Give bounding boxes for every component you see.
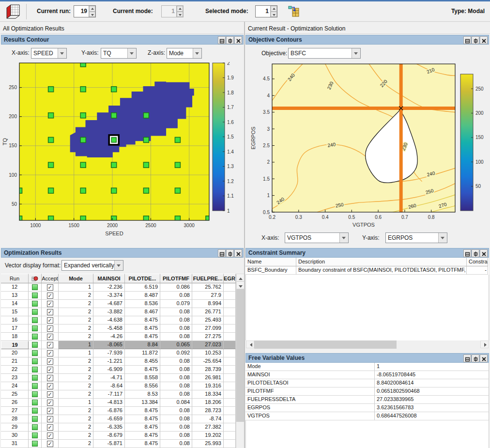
accept-checkbox[interactable]: ✓ bbox=[47, 400, 53, 406]
column-header[interactable]: Accept bbox=[42, 274, 59, 283]
accept-cell[interactable]: ✓ bbox=[42, 407, 59, 415]
close-button[interactable] bbox=[480, 249, 488, 257]
split-button[interactable] bbox=[463, 36, 471, 44]
accept-checkbox[interactable]: ✓ bbox=[47, 358, 53, 365]
spinner-up-icon[interactable] bbox=[89, 6, 95, 12]
split-button[interactable] bbox=[218, 36, 226, 44]
accept-cell[interactable]: ✓ bbox=[42, 382, 59, 390]
accept-checkbox[interactable]: ✓ bbox=[47, 375, 53, 381]
scroll-down-icon[interactable] bbox=[236, 281, 245, 289]
scroll-right-icon[interactable] bbox=[480, 340, 489, 348]
results-row[interactable]: 25✓2-7.1178.530.0818.334 bbox=[1, 390, 236, 399]
free-variable-row[interactable]: FUELPRESSDELTA27.0233839965 bbox=[245, 396, 489, 404]
objective-y-axis-select[interactable]: EGRPOS bbox=[385, 232, 447, 243]
results-row[interactable]: 31✓2-5.8718.4750.0825.993 bbox=[1, 440, 236, 448]
accept-checkbox[interactable]: ✓ bbox=[47, 293, 53, 299]
accept-cell[interactable]: ✓ bbox=[42, 374, 59, 382]
scroll-up-icon[interactable] bbox=[236, 274, 245, 281]
results-row[interactable]: 22✓2-6.9098.4750.0828.739 bbox=[1, 366, 236, 374]
vector-display-format-select[interactable]: Expanded vertically bbox=[61, 260, 123, 271]
run-marker[interactable] bbox=[80, 137, 86, 142]
column-divider[interactable] bbox=[244, 22, 245, 448]
fill-table-icon[interactable] bbox=[288, 5, 300, 18]
free-variable-row[interactable]: Mode1 bbox=[245, 363, 489, 371]
run-marker[interactable] bbox=[143, 113, 149, 118]
accept-cell[interactable]: ✓ bbox=[42, 324, 59, 333]
results-row[interactable]: 20✓1-7.93911.8720.09210.253 bbox=[1, 349, 236, 357]
x-axis-select[interactable]: SPEED bbox=[31, 48, 67, 59]
accept-checkbox[interactable]: ✓ bbox=[47, 309, 53, 315]
constraint-table-hscrollbar[interactable] bbox=[246, 340, 489, 349]
current-run-spinner[interactable]: 19 bbox=[74, 5, 96, 17]
column-header[interactable]: Constrai bbox=[467, 258, 488, 266]
accept-checkbox[interactable]: ✓ bbox=[47, 334, 53, 340]
z-axis-select[interactable]: Mode bbox=[167, 48, 202, 59]
results-contour-plot[interactable]: 1000150020002500300050100150200250SPEEDT… bbox=[1, 62, 244, 245]
run-marker[interactable] bbox=[111, 113, 117, 118]
column-header[interactable]: Name bbox=[245, 258, 296, 266]
scrollbar-thumb[interactable] bbox=[236, 281, 245, 422]
close-button[interactable] bbox=[480, 36, 488, 44]
free-variable-row[interactable]: MAINSOI-8.06519708445 bbox=[245, 371, 489, 379]
results-row[interactable]: 21✓2-1.2218.4550.08-25.654 bbox=[1, 357, 236, 366]
results-row[interactable]: 12✓1-2.2366.5190.08625.762 bbox=[1, 283, 236, 292]
scroll-left-icon[interactable] bbox=[246, 340, 254, 348]
accept-checkbox[interactable]: ✓ bbox=[47, 350, 53, 356]
spinner-down-icon[interactable] bbox=[271, 12, 277, 17]
constraint-row[interactable]: BSFC_BoundaryBoundary constraint of BSFC… bbox=[245, 266, 489, 275]
column-header[interactable]: FUELPRE... bbox=[192, 274, 224, 283]
dock-button[interactable] bbox=[472, 355, 479, 362]
accept-checkbox[interactable]: ✓ bbox=[47, 424, 53, 431]
accept-cell[interactable]: ✓ bbox=[42, 399, 59, 407]
run-marker[interactable] bbox=[48, 137, 54, 142]
accept-cell[interactable]: ✓ bbox=[42, 349, 59, 357]
run-marker[interactable] bbox=[48, 113, 54, 118]
dock-button[interactable] bbox=[472, 36, 479, 44]
results-row[interactable]: 14✓2-4.6878.5360.0798.994 bbox=[1, 300, 236, 308]
accept-cell[interactable]: ✓ bbox=[42, 283, 59, 292]
accept-cell[interactable]: ✓ bbox=[42, 366, 59, 374]
accept-cell[interactable]: ✓ bbox=[42, 292, 59, 300]
close-button[interactable] bbox=[480, 355, 488, 362]
scrollbar-thumb[interactable] bbox=[254, 340, 397, 349]
results-row[interactable]: 15✓2-3.8828.4670.0826.771 bbox=[1, 308, 236, 316]
objective-x-axis-select[interactable]: VGTPOS bbox=[285, 232, 349, 243]
objective-contours-plot[interactable]: 2402302202102402302402502402502602700.20… bbox=[245, 61, 489, 231]
objective-select[interactable]: BSFC bbox=[288, 48, 361, 59]
run-marker[interactable] bbox=[143, 188, 149, 193]
run-marker[interactable] bbox=[111, 162, 117, 168]
free-variable-row[interactable]: PILOTDELTASOI8.84020084614 bbox=[245, 379, 489, 387]
run-marker[interactable] bbox=[80, 188, 86, 193]
split-button[interactable] bbox=[463, 249, 471, 257]
dock-button[interactable] bbox=[226, 249, 234, 257]
accept-checkbox[interactable]: ✓ bbox=[47, 391, 53, 398]
accept-checkbox[interactable]: ✓ bbox=[47, 416, 53, 422]
column-header[interactable]: PILOTDE... bbox=[125, 274, 160, 283]
spinner-down-icon[interactable] bbox=[89, 12, 95, 17]
accept-checkbox[interactable]: ✓ bbox=[47, 408, 53, 414]
results-row-selected[interactable]: 19✓1-8.0658.840.06527.023 bbox=[1, 341, 236, 349]
accept-cell[interactable]: ✓ bbox=[42, 341, 59, 349]
accept-checkbox[interactable]: ✓ bbox=[47, 433, 53, 439]
column-header[interactable]: PILOTFMF bbox=[160, 274, 192, 283]
results-row[interactable]: 26✓1-4.81313.3840.08418.206 bbox=[1, 399, 236, 407]
column-header[interactable]: Description bbox=[296, 258, 467, 266]
accept-cell[interactable]: ✓ bbox=[42, 423, 59, 432]
results-row[interactable]: 23✓2-4.718.5580.0826.981 bbox=[1, 374, 236, 382]
accept-cell[interactable]: ✓ bbox=[42, 357, 59, 366]
accept-checkbox[interactable]: ✓ bbox=[47, 383, 53, 389]
run-marker[interactable] bbox=[175, 188, 180, 193]
run-marker[interactable] bbox=[111, 87, 117, 92]
results-row[interactable]: 24✓2-8.648.5560.0819.316 bbox=[1, 382, 236, 390]
accept-checkbox[interactable]: ✓ bbox=[47, 342, 53, 348]
accept-checkbox[interactable]: ✓ bbox=[47, 325, 53, 332]
accept-cell[interactable]: ✓ bbox=[42, 440, 59, 448]
run-marker[interactable] bbox=[143, 162, 149, 168]
accept-cell[interactable]: ✓ bbox=[42, 432, 59, 440]
column-header[interactable]: Run bbox=[1, 274, 29, 283]
accept-cell[interactable]: ✓ bbox=[42, 415, 59, 423]
results-row[interactable]: 18✓2-4.268.4750.0827.275 bbox=[1, 333, 236, 341]
run-marker[interactable] bbox=[80, 87, 86, 92]
run-marker[interactable] bbox=[175, 137, 180, 142]
free-variable-row[interactable]: PILOTFMF0.0651802590468 bbox=[245, 387, 489, 396]
